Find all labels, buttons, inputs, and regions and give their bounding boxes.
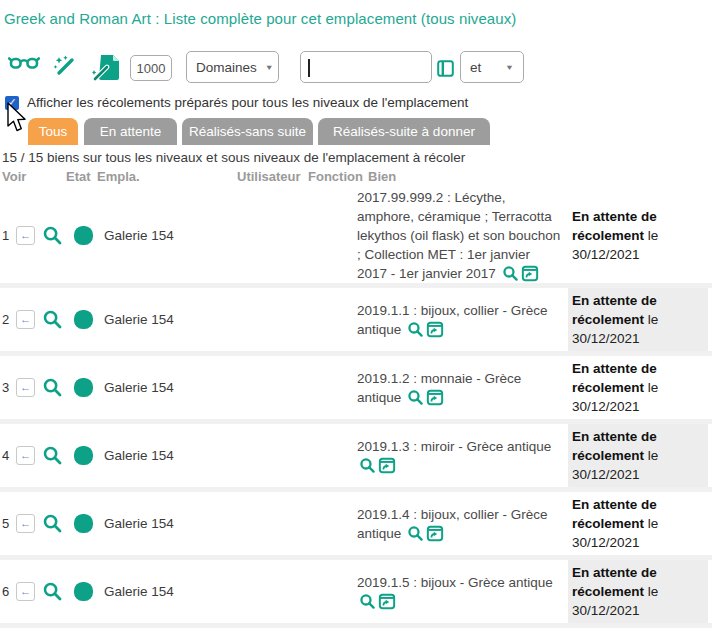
view-record-button[interactable]	[42, 377, 63, 398]
column-header-voir: Voir	[2, 169, 26, 184]
open-window-icon[interactable]	[378, 457, 396, 474]
table-row: 6 ← Galerie 154 2019.1.5 : bijoux - Grèc…	[0, 555, 712, 623]
move-item-button[interactable]: ←	[16, 378, 35, 397]
status-dot-icon	[74, 378, 93, 397]
open-window-icon[interactable]	[426, 525, 444, 542]
row-number: 4	[2, 448, 12, 463]
results-summary: 15 / 15 biens sur tous les niveaux et so…	[2, 150, 465, 165]
status-text-bold: En attente de récolement	[572, 361, 657, 395]
view-record-button[interactable]	[42, 513, 63, 534]
status-text-bold: En attente de récolement	[572, 429, 657, 463]
column-header-bien: Bien	[368, 169, 396, 184]
document-wand-icon[interactable]	[92, 54, 122, 82]
status-date: 30/12/2021	[572, 331, 640, 346]
show-all-levels-row: ✓ Afficher les récolements préparés pour…	[5, 95, 468, 110]
left-arrow-icon: ←	[20, 518, 31, 529]
status-date: 30/12/2021	[572, 247, 640, 262]
status-dot-icon	[74, 446, 93, 465]
status-text-bold: En attente de récolement	[572, 293, 657, 327]
status-text-bold: En attente de récolement	[572, 209, 657, 243]
table-row: 4 ← Galerie 154 2019.1.3 : miroir - Grèc…	[0, 419, 712, 487]
open-window-icon[interactable]	[426, 321, 444, 338]
move-item-button[interactable]: ←	[16, 514, 35, 533]
location-label: Galerie 154	[104, 312, 357, 327]
status-dot-icon	[74, 514, 93, 533]
zoom-item-icon[interactable]	[407, 389, 424, 406]
item-description: 2019.1.1 : bijoux, collier - Grèce antiq…	[357, 301, 563, 339]
limit-input[interactable]	[130, 55, 172, 81]
zoom-item-icon[interactable]	[407, 525, 424, 542]
tab-tous[interactable]: Tous	[28, 118, 78, 145]
row-number: 1	[2, 228, 12, 243]
move-item-button[interactable]: ←	[16, 582, 35, 601]
view-record-button[interactable]	[42, 581, 63, 602]
column-header-fonction: Fonction	[308, 169, 363, 184]
glasses-icon[interactable]	[8, 54, 40, 72]
status-text-mid: le	[648, 584, 659, 599]
show-all-levels-checkbox[interactable]: ✓	[5, 96, 19, 110]
status-date: 30/12/2021	[572, 535, 640, 550]
row-number: 2	[2, 312, 12, 327]
status-text-mid: le	[648, 228, 659, 243]
operator-select[interactable]: et ▼	[460, 51, 524, 83]
zoom-item-icon[interactable]	[359, 593, 376, 610]
tab-r-alis-s-suite-donner[interactable]: Réalisés-suite à donner	[318, 118, 490, 145]
table-row: 5 ← Galerie 154 2019.1.4 : bijoux, colli…	[0, 487, 712, 555]
status-cell: En attente de récolement le 30/12/2021	[568, 560, 708, 623]
left-arrow-icon: ←	[20, 450, 31, 461]
open-window-icon[interactable]	[521, 265, 539, 282]
status-text-mid: le	[648, 312, 659, 327]
operator-select-value: et	[470, 60, 481, 75]
move-item-button[interactable]: ←	[16, 226, 35, 245]
zoom-item-icon[interactable]	[502, 265, 519, 282]
item-description: 2017.99.999.2 : Lécythe, amphore, cérami…	[357, 188, 563, 283]
table-header: VoirEtatEmpla.UtilisateurFonctionBien	[0, 169, 712, 187]
open-window-icon[interactable]	[426, 389, 444, 406]
status-text-mid: le	[648, 448, 659, 463]
status-cell: En attente de récolement le 30/12/2021	[568, 492, 708, 555]
column-header-etat: Etat	[66, 169, 91, 184]
search-input[interactable]	[300, 51, 432, 83]
status-dot-icon	[74, 310, 93, 329]
left-arrow-icon: ←	[20, 230, 31, 241]
move-item-button[interactable]: ←	[16, 446, 35, 465]
item-description-text: 2019.1.5 : bijoux - Grèce antique	[357, 575, 553, 590]
view-record-button[interactable]	[42, 225, 63, 246]
item-description: 2019.1.2 : monnaie - Grèce antique	[357, 369, 563, 407]
book-icon[interactable]	[437, 60, 454, 77]
move-item-button[interactable]: ←	[16, 310, 35, 329]
tab-r-alis-s-sans-suite[interactable]: Réalisés-sans suite	[182, 118, 313, 145]
open-window-icon[interactable]	[378, 593, 396, 610]
item-description: 2019.1.5 : bijoux - Grèce antique	[357, 573, 563, 611]
left-arrow-icon: ←	[20, 314, 31, 325]
left-arrow-icon: ←	[20, 382, 31, 393]
column-header-empla: Empla.	[97, 169, 140, 184]
row-number: 6	[2, 584, 12, 599]
view-record-button[interactable]	[42, 309, 63, 330]
location-label: Galerie 154	[104, 584, 357, 599]
show-all-levels-label: Afficher les récolements préparés pour t…	[27, 95, 468, 110]
row-number: 3	[2, 380, 12, 395]
tab-en-attente[interactable]: En attente	[84, 118, 177, 145]
magic-wand-icon[interactable]	[52, 54, 78, 80]
status-text-bold: En attente de récolement	[572, 565, 657, 599]
item-description-text: 2019.1.4 : bijoux, collier - Grèce antiq…	[357, 507, 548, 541]
location-label: Galerie 154	[104, 228, 357, 243]
toolbar: Domaines ▼ et ▼	[0, 48, 712, 90]
chevron-down-icon: ▼	[265, 63, 274, 72]
table-row: 1 ← Galerie 154 2017.99.999.2 : Lécythe,…	[0, 188, 712, 283]
domain-select[interactable]: Domaines ▼	[186, 51, 279, 83]
zoom-item-icon[interactable]	[407, 321, 424, 338]
row-number: 5	[2, 516, 12, 531]
column-header-utilisateur: Utilisateur	[237, 169, 301, 184]
location-label: Galerie 154	[104, 380, 357, 395]
item-description: 2019.1.3 : miroir - Grèce antique	[357, 437, 563, 475]
status-cell: En attente de récolement le 30/12/2021	[568, 204, 708, 267]
status-dot-icon	[74, 226, 93, 245]
view-record-button[interactable]	[42, 445, 63, 466]
status-text-bold: En attente de récolement	[572, 497, 657, 531]
item-description: 2019.1.4 : bijoux, collier - Grèce antiq…	[357, 505, 563, 543]
left-arrow-icon: ←	[20, 586, 31, 597]
status-dot-icon	[74, 582, 93, 601]
zoom-item-icon[interactable]	[359, 457, 376, 474]
